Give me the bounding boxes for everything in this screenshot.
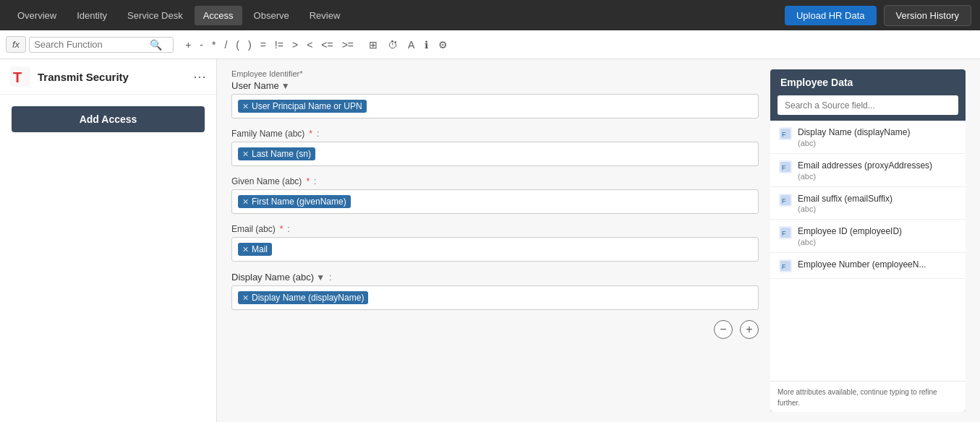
nav-service-desk[interactable]: Service Desk [119, 6, 192, 25]
employee-identifier-row: Employee Identifier* User Name ▼ ✕ User … [231, 69, 759, 119]
sidebar-content: Add Access [0, 95, 216, 144]
op-plus[interactable]: + [182, 38, 194, 52]
display-name-token-remove[interactable]: ✕ [242, 293, 249, 303]
text-icon-button[interactable]: A [404, 37, 418, 53]
list-item[interactable]: F Employee ID (employeeID) (abc) [770, 220, 966, 253]
given-name-colon: : [314, 176, 316, 186]
employee-item-type: (abc) [798, 172, 932, 181]
op-open-paren[interactable]: ( [233, 38, 242, 52]
bottom-controls: − + [231, 320, 759, 339]
email-token-input[interactable]: ✕ Mail [231, 237, 759, 262]
op-equals[interactable]: = [257, 38, 269, 52]
display-name-token-input[interactable]: ✕ Display Name (displayName) [231, 285, 759, 310]
op-not-equals[interactable]: != [272, 38, 286, 52]
family-name-row: Family Name (abc) * : ✕ Last Name (sn) [231, 129, 759, 166]
op-greater[interactable]: > [289, 38, 301, 52]
family-name-token: ✕ Last Name (sn) [238, 147, 315, 160]
display-name-dropdown[interactable]: Display Name (abc) ▼ [231, 272, 325, 283]
user-name-dropdown[interactable]: User Name ▼ [231, 80, 290, 91]
field-icon: F [779, 160, 792, 173]
search-icon: 🔍 [150, 39, 162, 51]
given-name-label: Given Name (abc) [231, 176, 302, 186]
nav-overview[interactable]: Overview [9, 6, 65, 25]
upn-token: ✕ User Principal Name or UPN [238, 100, 367, 113]
fx-button[interactable]: fx [6, 36, 26, 53]
family-name-label: Family Name (abc) [231, 129, 304, 139]
sidebar-brand-name: Transmit Security [38, 71, 129, 83]
form-section: Employee Identifier* User Name ▼ ✕ User … [231, 69, 759, 412]
display-name-label: Display Name (abc) [231, 272, 314, 283]
sidebar-menu-dots[interactable]: ⋯ [193, 69, 206, 85]
search-function-box[interactable]: 🔍 [29, 37, 174, 53]
op-less-eq[interactable]: <= [318, 38, 336, 52]
sidebar: T Transmit Security ⋯ Add Access [0, 59, 217, 422]
employee-footer: More attributes available, continue typi… [770, 381, 966, 412]
email-row: Email (abc) * : ✕ Mail [231, 224, 759, 262]
family-name-token-input[interactable]: ✕ Last Name (sn) [231, 142, 759, 166]
nav-access[interactable]: Access [195, 6, 242, 25]
employee-search-input[interactable] [785, 100, 951, 111]
email-label: Email (abc) [231, 224, 276, 234]
display-name-label-row: Display Name (abc) ▼ : [231, 272, 759, 283]
employee-identifier-label: Employee Identifier* [231, 69, 759, 78]
sidebar-header: T Transmit Security ⋯ [0, 59, 216, 95]
employee-data-panel: Employee Data F Display Name (displayNam… [770, 69, 966, 412]
family-name-required: * [309, 129, 312, 139]
employee-panel-title: Employee Data [770, 69, 966, 95]
employee-item-name: Email addresses (proxyAddresses) [798, 160, 932, 172]
op-less[interactable]: < [304, 38, 315, 52]
nav-observe[interactable]: Observe [245, 6, 298, 25]
clock-icon-button[interactable]: ⏱ [384, 37, 401, 53]
chevron-down-icon: ▼ [281, 81, 290, 91]
svg-text:F: F [782, 164, 786, 171]
settings-icon-button[interactable]: ⚙ [435, 37, 451, 53]
logo-icon: T [10, 66, 30, 87]
upload-hr-data-button[interactable]: Upload HR Data [785, 6, 877, 25]
formula-toolbar: fx 🔍 + - * / ( ) = != > < <= >= ⊞ ⏱ A ℹ … [0, 30, 980, 59]
employee-item-name: Employee Number (employeeN... [798, 259, 926, 271]
given-name-row: Given Name (abc) * : ✕ First Name (given… [231, 176, 759, 214]
list-item[interactable]: F Employee Number (employeeN... [770, 253, 966, 279]
display-name-token-label: Display Name (displayName) [252, 293, 364, 303]
email-colon: : [287, 224, 289, 234]
search-function-input[interactable] [34, 39, 150, 50]
given-name-required: * [306, 176, 310, 186]
list-item[interactable]: F Email addresses (proxyAddresses) (abc) [770, 154, 966, 187]
employee-item-name: Email suffix (emailSuffix) [798, 193, 892, 205]
upn-token-input[interactable]: ✕ User Principal Name or UPN [231, 94, 759, 119]
given-name-token-input[interactable]: ✕ First Name (givenName) [231, 189, 759, 214]
family-name-token-remove[interactable]: ✕ [242, 150, 249, 159]
employee-footer-text: More attributes available, continue typi… [777, 388, 937, 407]
given-name-token-remove[interactable]: ✕ [242, 197, 249, 207]
list-item[interactable]: F Email suffix (emailSuffix) (abc) [770, 187, 966, 220]
info-icon-button[interactable]: ℹ [421, 37, 432, 53]
version-history-button[interactable]: Version History [884, 5, 971, 26]
add-field-button[interactable]: + [740, 320, 759, 339]
upn-token-remove[interactable]: ✕ [242, 102, 249, 111]
add-access-button[interactable]: Add Access [12, 106, 205, 132]
family-name-colon: : [317, 129, 319, 139]
email-token-remove[interactable]: ✕ [242, 245, 249, 254]
family-name-token-label: Last Name (sn) [252, 149, 311, 159]
list-item[interactable]: F Display Name (displayName) (abc) [770, 121, 966, 154]
employee-item-name: Display Name (displayName) [798, 126, 910, 139]
grid-icon-button[interactable]: ⊞ [365, 37, 381, 53]
op-divide[interactable]: / [221, 38, 230, 52]
employee-item-type: (abc) [798, 238, 902, 246]
email-token: ✕ Mail [238, 243, 272, 256]
email-label-row: Email (abc) * : [231, 224, 759, 234]
svg-text:F: F [782, 230, 786, 237]
employee-item-type: (abc) [798, 204, 892, 213]
nav-review[interactable]: Review [301, 6, 349, 25]
nav-identity[interactable]: Identity [68, 6, 116, 25]
user-name-dropdown-row: User Name ▼ [231, 80, 759, 91]
email-required: * [280, 224, 284, 234]
svg-text:F: F [782, 197, 786, 204]
op-greater-eq[interactable]: >= [339, 38, 357, 52]
op-close-paren[interactable]: ) [245, 38, 255, 52]
op-minus[interactable]: - [197, 38, 206, 52]
remove-field-button[interactable]: − [714, 320, 733, 339]
employee-item-type: (abc) [798, 139, 910, 147]
op-multiply[interactable]: * [209, 38, 218, 52]
employee-search-box[interactable] [777, 95, 958, 115]
